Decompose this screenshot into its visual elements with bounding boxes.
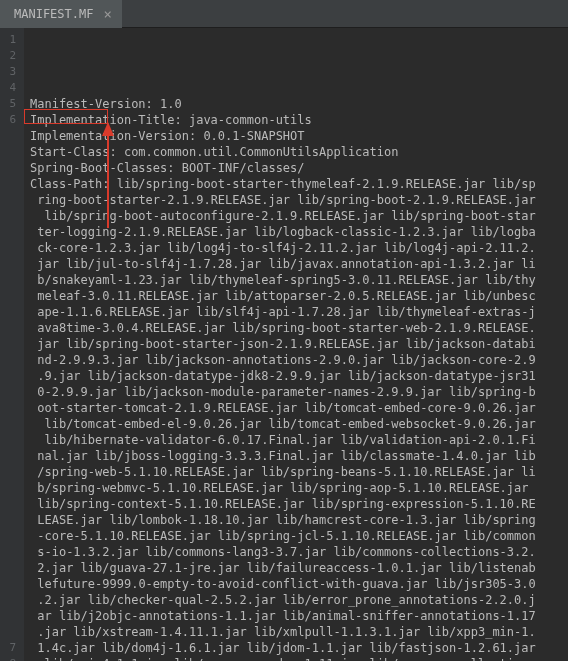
file-tab[interactable]: MANIFEST.MF × xyxy=(0,0,122,28)
code-line: Implementation-Title: java-common-utils xyxy=(30,112,562,128)
line-number xyxy=(4,240,16,256)
line-number: 3 xyxy=(4,64,16,80)
line-number xyxy=(4,384,16,400)
code-line: .2.jar lib/checker-qual-2.5.2.jar lib/er… xyxy=(30,592,562,608)
code-line: Start-Class: com.common.util.CommonUtils… xyxy=(30,144,562,160)
line-number: 1 xyxy=(4,32,16,48)
code-line: ring-boot-starter-2.1.9.RELEASE.jar lib/… xyxy=(30,192,562,208)
code-line: Spring-Boot-Classes: BOOT-INF/classes/ xyxy=(30,160,562,176)
line-number-gutter: 123456 78 xyxy=(0,28,24,661)
line-number xyxy=(4,592,16,608)
code-line: meleaf-3.0.11.RELEASE.jar lib/attoparser… xyxy=(30,288,562,304)
line-number: 8 xyxy=(4,656,16,661)
line-number xyxy=(4,176,16,192)
code-line: 2.jar lib/guava-27.1-jre.jar lib/failure… xyxy=(30,560,562,576)
code-line: oot-starter-tomcat-2.1.9.RELEASE.jar lib… xyxy=(30,400,562,416)
line-number xyxy=(4,208,16,224)
line-number: 2 xyxy=(4,48,16,64)
line-number: 7 xyxy=(4,640,16,656)
code-line: Manifest-Version: 1.0 xyxy=(30,96,562,112)
line-number xyxy=(4,352,16,368)
line-number xyxy=(4,416,16,432)
line-number xyxy=(4,624,16,640)
code-line: jar lib/jul-to-slf4j-1.7.28.jar lib/java… xyxy=(30,256,562,272)
line-number xyxy=(4,544,16,560)
code-line: lib/tomcat-embed-el-9.0.26.jar lib/tomca… xyxy=(30,416,562,432)
code-line: .jar lib/xstream-1.4.11.1.jar lib/xmlpul… xyxy=(30,624,562,640)
code-line: lib/spring-context-5.1.10.RELEASE.jar li… xyxy=(30,496,562,512)
line-number xyxy=(4,368,16,384)
code-line: /spring-web-5.1.10.RELEASE.jar lib/sprin… xyxy=(30,464,562,480)
line-number xyxy=(4,144,16,160)
code-line: 0-2.9.9.jar lib/jackson-module-parameter… xyxy=(30,384,562,400)
line-number xyxy=(4,272,16,288)
code-line: nal.jar lib/jboss-logging-3.3.3.Final.ja… xyxy=(30,448,562,464)
line-number: 5 xyxy=(4,96,16,112)
code-line: jar lib/spring-boot-starter-json-2.1.9.R… xyxy=(30,336,562,352)
code-line: .9.jar lib/jackson-datatype-jdk8-2.9.9.j… xyxy=(30,368,562,384)
line-number xyxy=(4,400,16,416)
code-line: ar lib/j2objc-annotations-1.1.jar lib/an… xyxy=(30,608,562,624)
code-line: lib/spring-boot-autoconfigure-2.1.9.RELE… xyxy=(30,208,562,224)
code-line: ck-core-1.2.3.jar lib/log4j-to-slf4j-2.1… xyxy=(30,240,562,256)
code-line: ter-logging-2.1.9.RELEASE.jar lib/logbac… xyxy=(30,224,562,240)
line-number xyxy=(4,528,16,544)
line-number xyxy=(4,448,16,464)
code-line: Implementation-Version: 0.0.1-SNAPSHOT xyxy=(30,128,562,144)
code-line: nd-2.9.9.3.jar lib/jackson-annotations-2… xyxy=(30,352,562,368)
code-line: -core-5.1.10.RELEASE.jar lib/spring-jcl-… xyxy=(30,528,562,544)
code-line: lib/hibernate-validator-6.0.17.Final.jar… xyxy=(30,432,562,448)
code-line: LEASE.jar lib/lombok-1.18.10.jar lib/ham… xyxy=(30,512,562,528)
code-line: lefuture-9999.0-empty-to-avoid-conflict-… xyxy=(30,576,562,592)
line-number xyxy=(4,192,16,208)
code-line: ape-1.1.6.RELEASE.jar lib/slf4j-api-1.7.… xyxy=(30,304,562,320)
close-icon[interactable]: × xyxy=(103,7,111,21)
line-number xyxy=(4,128,16,144)
line-number xyxy=(4,336,16,352)
code-area[interactable]: Manifest-Version: 1.0Implementation-Titl… xyxy=(24,28,568,661)
line-number xyxy=(4,304,16,320)
editor: 123456 78 Manifest-Version: 1.0Implement… xyxy=(0,28,568,661)
line-number xyxy=(4,576,16,592)
line-number xyxy=(4,224,16,240)
line-number xyxy=(4,480,16,496)
line-number xyxy=(4,464,16,480)
code-line: b/snakeyaml-1.23.jar lib/thymeleaf-sprin… xyxy=(30,272,562,288)
line-number xyxy=(4,512,16,528)
line-number: 6 xyxy=(4,112,16,128)
line-number xyxy=(4,496,16,512)
tab-bar: MANIFEST.MF × xyxy=(0,0,568,28)
tab-filename: MANIFEST.MF xyxy=(14,7,93,21)
code-line: lib/poi-4.1.1.jar lib/commons-codec-1.11… xyxy=(30,656,562,661)
line-number xyxy=(4,256,16,272)
line-number xyxy=(4,432,16,448)
line-number xyxy=(4,288,16,304)
line-number: 4 xyxy=(4,80,16,96)
line-number xyxy=(4,560,16,576)
line-number xyxy=(4,608,16,624)
line-number xyxy=(4,160,16,176)
code-line: 1.4c.jar lib/dom4j-1.6.1.jar lib/jdom-1.… xyxy=(30,640,562,656)
line-number xyxy=(4,320,16,336)
code-line: b/spring-webmvc-5.1.10.RELEASE.jar lib/s… xyxy=(30,480,562,496)
code-line: ava8time-3.0.4.RELEASE.jar lib/spring-bo… xyxy=(30,320,562,336)
code-line: s-io-1.3.2.jar lib/commons-lang3-3.7.jar… xyxy=(30,544,562,560)
code-line: Class-Path: lib/spring-boot-starter-thym… xyxy=(30,176,562,192)
